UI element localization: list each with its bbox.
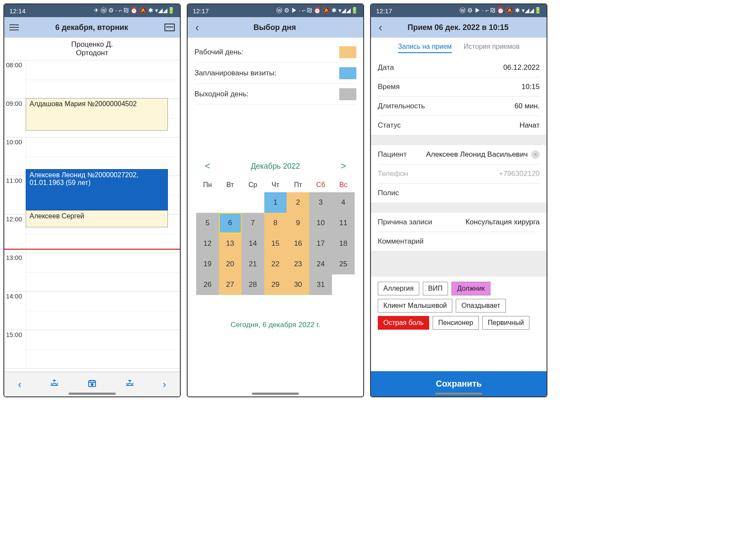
tag-Острая боль[interactable]: Острая боль <box>378 316 429 330</box>
phone-label: Телефон <box>378 170 408 178</box>
row-duration[interactable]: Длительность60 мин. <box>378 97 540 116</box>
appointment-block[interactable]: Алдашова Мария №20000004502 <box>26 98 168 131</box>
status-icons: ✈ ⓦ ⚙ · ⌐ ₪ ⏰ 🔕 ✱ ▾◢◢🔋 <box>94 7 175 15</box>
calendar-day[interactable]: 3 <box>309 192 332 213</box>
tag-Пенсионер[interactable]: Пенсионер <box>433 316 479 330</box>
schedule-screen: 12:14 ✈ ⓦ ⚙ · ⌐ ₪ ⏰ 🔕 ✱ ▾◢◢🔋 6 декабря, … <box>3 3 181 397</box>
svg-rect-1 <box>91 384 93 385</box>
calendar-day[interactable]: 7 <box>242 213 264 233</box>
row-date[interactable]: Дата06.12.2022 <box>378 58 540 77</box>
calendar-day[interactable]: 28 <box>242 274 264 295</box>
calendar-day[interactable]: 12 <box>196 233 219 254</box>
tag-Клиент Малышевой[interactable]: Клиент Малышевой <box>378 299 452 313</box>
patient-label: Пациент <box>378 150 407 159</box>
legend-visit: Запланированы визиты: <box>194 63 356 84</box>
calendar-day[interactable]: 22 <box>264 254 287 274</box>
tag-ВИП[interactable]: ВИП <box>423 282 448 295</box>
clear-patient-icon[interactable]: × <box>531 150 540 159</box>
tag-Должник[interactable]: Должник <box>451 282 490 295</box>
calendar-day[interactable]: 18 <box>332 233 355 254</box>
calendar-day[interactable]: 10 <box>309 213 332 233</box>
calendar-day[interactable]: 4 <box>332 192 355 213</box>
duration-label: Длительность <box>378 102 425 110</box>
calendar-day[interactable]: 23 <box>287 254 309 274</box>
tag-Аллергия[interactable]: Аллергия <box>378 282 419 295</box>
calendar-day[interactable]: 19 <box>196 254 219 274</box>
hour-label: 08:00 <box>4 60 26 98</box>
timeline[interactable]: 08:0009:0010:0011:0012:0013:0014:0015:00… <box>4 60 180 372</box>
tab-history[interactable]: История приемов <box>464 43 520 53</box>
weekday-label: Пт <box>287 178 309 192</box>
calendar-empty <box>332 274 355 295</box>
appointment-block[interactable]: Алексеев Сергей <box>26 210 168 227</box>
calendar-day[interactable]: 14 <box>242 233 264 254</box>
row-time[interactable]: Время10:15 <box>378 77 540 97</box>
app-header: ‹ Прием 06 дек. 2022 в 10:15 <box>371 17 547 38</box>
status-time: 12:17 <box>193 7 209 15</box>
separator <box>371 203 547 213</box>
calendar-day[interactable]: 8 <box>264 213 287 233</box>
date-label: Дата <box>378 63 394 72</box>
row-polis[interactable]: Полис <box>378 184 540 203</box>
next-day-icon[interactable]: › <box>163 378 166 390</box>
calendar-day[interactable]: 16 <box>287 233 309 254</box>
calendar-day[interactable]: 26 <box>196 274 219 295</box>
calendar-day[interactable]: 27 <box>219 274 242 295</box>
calendar-body: 1234567891011121314151617181920212223242… <box>196 192 355 295</box>
calendar-day[interactable]: 5 <box>196 213 219 233</box>
menu-icon[interactable] <box>9 24 19 30</box>
next-month-icon[interactable]: > <box>341 161 346 172</box>
appointment-block[interactable]: Алексеев Леонид №20000027202, 01.01.1963… <box>26 169 168 210</box>
status-time: 12:17 <box>376 7 392 15</box>
calendar-day[interactable]: 17 <box>309 233 332 254</box>
calendar-empty <box>219 192 242 213</box>
row-reason[interactable]: Причина записиКонсультация хирурга <box>378 213 540 232</box>
reason-value: Консультация хирурга <box>466 218 540 226</box>
duration-value: 60 мин. <box>514 102 540 110</box>
reason-label: Причина записи <box>378 218 432 226</box>
sunset-icon[interactable] <box>124 378 135 390</box>
prev-day-icon[interactable]: ‹ <box>18 378 21 390</box>
calendar-day[interactable]: 1 <box>264 192 287 213</box>
prev-month-icon[interactable]: < <box>205 161 210 172</box>
back-icon[interactable]: ‹ <box>193 21 202 34</box>
form-block-1: Дата06.12.2022 Время10:15 Длительность60… <box>371 58 547 135</box>
weekday-label: Вт <box>219 178 242 192</box>
sunrise-icon[interactable] <box>49 378 60 390</box>
calendar-day[interactable]: 2 <box>287 192 309 213</box>
calendar-day[interactable]: 9 <box>287 213 309 233</box>
calendar-day[interactable]: 25 <box>332 254 355 274</box>
calendar-day[interactable]: 21 <box>242 254 264 274</box>
separator <box>371 251 547 277</box>
tab-appointment[interactable]: Запись на прием <box>398 43 452 53</box>
calendar-day[interactable]: 24 <box>309 254 332 274</box>
row-patient[interactable]: Пациент Алексеев Леонид Васильевич × <box>378 145 540 164</box>
legend: Рабочий день: Запланированы визиты: Выхо… <box>188 38 363 109</box>
calendar-icon[interactable] <box>87 378 97 390</box>
calendar-day[interactable]: 11 <box>332 213 355 233</box>
calendar-day[interactable]: 13 <box>219 233 242 254</box>
calendar-day[interactable]: 30 <box>287 274 309 295</box>
calendar-day[interactable]: 15 <box>264 233 287 254</box>
row-comment[interactable]: Комментарий <box>378 232 540 251</box>
status-value: Начат <box>520 121 540 130</box>
home-indicator <box>69 393 116 395</box>
app-header: 6 декабря, вторник <box>4 17 180 38</box>
header-title: 6 декабря, вторник <box>24 23 159 32</box>
calendar-day[interactable]: 6 <box>219 213 242 233</box>
tag-Первичный[interactable]: Первичный <box>482 316 529 330</box>
form-block-3: Причина записиКонсультация хирурга Комме… <box>371 213 547 251</box>
home-indicator <box>435 393 482 395</box>
row-status[interactable]: СтатусНачат <box>378 116 540 135</box>
calendar-day[interactable]: 20 <box>219 254 242 274</box>
calendar-grid: ПнВтСрЧтПтСбВс 1234567891011121314151617… <box>188 178 363 295</box>
view-toggle-icon[interactable] <box>164 24 175 31</box>
tag-Опаздывает[interactable]: Опаздывает <box>456 299 506 313</box>
phone-value: +796302120 <box>499 170 540 178</box>
calendar-day[interactable]: 31 <box>309 274 332 295</box>
time-label: Время <box>378 83 400 91</box>
tags-container: АллергияВИПДолжникКлиент МалышевойОпазды… <box>371 277 547 335</box>
back-icon[interactable]: ‹ <box>376 21 385 34</box>
calendar-day[interactable]: 29 <box>264 274 287 295</box>
today-button[interactable]: Сегодня, 6 декабря 2022 г. <box>188 321 363 329</box>
